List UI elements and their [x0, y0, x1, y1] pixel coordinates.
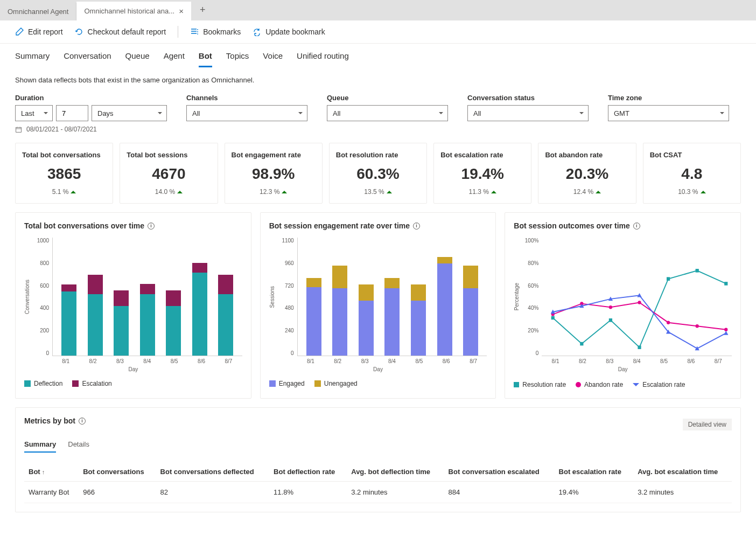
nav-agent[interactable]: Agent	[164, 51, 185, 67]
col-header[interactable]: Bot deflection rate	[269, 462, 347, 482]
timezone-select[interactable]: GMT	[608, 105, 729, 121]
svg-rect-3	[609, 318, 612, 322]
plot-area	[542, 238, 732, 356]
tab-omnichannel-historical[interactable]: Omnichannel historical ana... ×	[76, 2, 191, 20]
update-bookmark-button[interactable]: Update bookmark	[253, 27, 325, 36]
duration-mode-select[interactable]: Last	[15, 105, 53, 121]
y-axis-label: Conversations	[24, 280, 32, 314]
pencil-icon	[15, 27, 24, 36]
col-header[interactable]: Bot conversation escalated	[444, 462, 555, 482]
bar-segment	[411, 301, 426, 356]
filter-label-tz: Time zone	[608, 94, 729, 102]
duration-value-input[interactable]	[56, 105, 88, 121]
metrics-by-bot-card: Metrics by bot i Detailed view Summary D…	[15, 407, 741, 512]
nav-unified-routing[interactable]: Unified routing	[297, 51, 349, 67]
tab-omnichannel-agent[interactable]: Omnichannel Agent	[0, 3, 76, 20]
detailed-view-button[interactable]: Detailed view	[683, 419, 732, 430]
svg-point-11	[638, 301, 641, 304]
bar-segment	[332, 266, 347, 288]
legend-item: Abandon rate	[576, 381, 623, 388]
nav-topics[interactable]: Topics	[226, 51, 249, 67]
status-select[interactable]: All	[467, 105, 589, 121]
edit-report-button[interactable]: Edit report	[15, 27, 63, 36]
svg-rect-1	[551, 316, 555, 320]
svg-point-10	[609, 305, 612, 309]
channels-select[interactable]: All	[186, 105, 307, 121]
nav-bot[interactable]: Bot	[199, 51, 212, 67]
col-header[interactable]: Bot escalation rate	[555, 462, 634, 482]
bar-segment	[359, 284, 374, 301]
kpi-title: Total bot sessions	[127, 151, 211, 159]
bar-group	[114, 290, 129, 356]
info-icon[interactable]: i	[79, 418, 86, 425]
chart-conversations: Total bot conversations over timeiConver…	[15, 212, 251, 399]
bar-segment	[114, 290, 129, 306]
window-tabbar: Omnichannel Agent Omnichannel historical…	[0, 0, 756, 20]
bar-segment	[192, 263, 207, 273]
kpi-trend: 12.4 %	[545, 188, 629, 196]
x-axis-label: Day	[514, 366, 732, 372]
bar-group	[306, 278, 321, 356]
trend-up-icon	[596, 191, 601, 193]
table-row[interactable]: Warranty Bot9668211.8%3.2 minutes88419.4…	[24, 482, 732, 503]
nav-summary[interactable]: Summary	[15, 51, 50, 67]
trend-up-icon	[71, 191, 76, 193]
table-cell: 3.2 minutes	[347, 482, 444, 503]
x-axis: 8/18/28/38/48/58/68/7	[297, 358, 487, 364]
checkout-default-button[interactable]: Checkout default report	[75, 27, 166, 36]
bookmarks-icon	[190, 27, 199, 36]
col-header[interactable]: Bot conversations	[79, 462, 156, 482]
bar-group	[140, 284, 155, 356]
kpi-card: Bot abandon rate20.3%12.4 %	[538, 143, 636, 204]
nav-queue[interactable]: Queue	[125, 51, 150, 67]
col-header[interactable]: Bot↑	[24, 462, 79, 482]
subtab-summary[interactable]: Summary	[24, 440, 56, 453]
y-axis: 10008006004002000	[32, 238, 52, 356]
bar-segment	[359, 301, 374, 356]
legend-item: Engaged	[269, 380, 305, 387]
bookmarks-button[interactable]: Bookmarks	[190, 27, 241, 36]
info-icon[interactable]: i	[413, 223, 420, 230]
info-icon[interactable]: i	[633, 223, 640, 230]
col-header[interactable]: Bot conversations deflected	[156, 462, 270, 482]
kpi-trend: 14.0 %	[127, 188, 211, 196]
bar-group	[463, 266, 478, 356]
toolbar: Edit report Checkout default report Book…	[0, 20, 756, 44]
y-axis: 100%80%60%40%20%0	[521, 238, 542, 356]
kpi-title: Bot resolution rate	[336, 151, 420, 159]
nav-conversation[interactable]: Conversation	[64, 51, 111, 67]
bar-segment	[384, 278, 400, 288]
bar-group	[384, 278, 400, 356]
kpi-value: 4.8	[650, 165, 734, 183]
legend-item: Escalation rate	[633, 380, 685, 390]
x-axis: 8/18/28/38/48/58/68/7	[52, 358, 242, 364]
kpi-trend: 5.1 %	[22, 188, 106, 196]
chart-title: Total bot conversations over timei	[24, 221, 242, 230]
col-header[interactable]: Avg. bot deflection time	[347, 462, 444, 482]
info-icon[interactable]: i	[148, 223, 155, 230]
queue-select[interactable]: All	[327, 105, 448, 121]
table-cell: 11.8%	[269, 482, 347, 503]
new-tab-button[interactable]: +	[191, 0, 214, 20]
trend-up-icon	[701, 191, 706, 193]
bar-segment	[140, 294, 155, 356]
y-axis-label: Percentage	[514, 283, 521, 310]
bar-group	[332, 266, 347, 356]
filter-label-duration: Duration	[15, 94, 167, 102]
nav-voice[interactable]: Voice	[263, 51, 283, 67]
duration-unit-select[interactable]: Days	[92, 105, 167, 121]
y-axis-label: Sessions	[269, 286, 277, 308]
col-header[interactable]: Avg. bot escalation time	[633, 462, 732, 482]
kpi-title: Bot escalation rate	[440, 151, 524, 159]
kpi-trend: 12.3 %	[232, 188, 316, 196]
kpi-value: 4670	[127, 165, 211, 183]
bar-segment	[306, 287, 321, 356]
x-axis: 8/18/28/38/48/58/68/7	[542, 358, 732, 364]
chart-outcomes: Bot session outcomes over timeiPercentag…	[505, 212, 741, 399]
kpi-title: Bot engagement rate	[232, 151, 316, 159]
close-icon[interactable]: ×	[179, 6, 184, 16]
table-cell: 884	[444, 482, 555, 503]
subtab-details[interactable]: Details	[68, 440, 89, 453]
svg-rect-4	[638, 345, 641, 349]
kpi-card: Bot engagement rate98.9%12.3 %	[225, 143, 323, 204]
